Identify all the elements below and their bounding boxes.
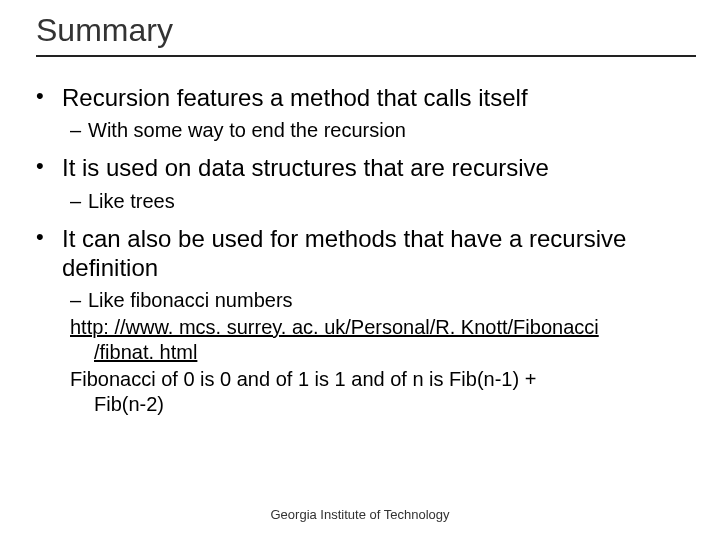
list-item: Fibonacci of 0 is 0 and of 1 is 1 and of… [70,367,696,417]
dash-icon: – [70,288,88,313]
footer-text: Georgia Institute of Technology [0,507,720,522]
sub-text: Like trees [88,190,175,212]
sub-text: Like fibonacci numbers [88,289,293,311]
sub-list: –With some way to end the recursion [70,118,696,143]
bullet-list: • Recursion features a method that calls… [36,83,696,417]
bullet-text: It is used on data structures that are r… [62,153,696,182]
bullet-dot-icon: • [36,153,62,180]
list-item: –Like trees [70,189,696,214]
sub-text: Fib(n-2) [70,393,164,415]
sub-text: With some way to end the recursion [88,119,406,141]
list-item: –With some way to end the recursion [70,118,696,143]
sub-list: –Like trees [70,189,696,214]
sub-list: –Like fibonacci numbers http: //www. mcs… [70,288,696,417]
bullet-text: It can also be used for methods that hav… [62,224,696,283]
bullet-text: Recursion features a method that calls i… [62,83,696,112]
link-text[interactable]: http: //www. mcs. surrey. ac. uk/Persona… [70,315,696,340]
dash-icon: – [70,118,88,143]
slide-title: Summary [36,12,696,57]
list-item: • Recursion features a method that calls… [36,83,696,143]
link-text[interactable]: /fibnat. html [70,340,696,365]
list-item: • It is used on data structures that are… [36,153,696,213]
bullet-dot-icon: • [36,224,62,251]
list-item: –Like fibonacci numbers [70,288,696,313]
list-item: • It can also be used for methods that h… [36,224,696,418]
dash-icon: – [70,189,88,214]
sub-text: Fibonacci of 0 is 0 and of 1 is 1 and of… [70,368,536,390]
bullet-dot-icon: • [36,83,62,110]
list-item: http: //www. mcs. surrey. ac. uk/Persona… [70,315,696,365]
